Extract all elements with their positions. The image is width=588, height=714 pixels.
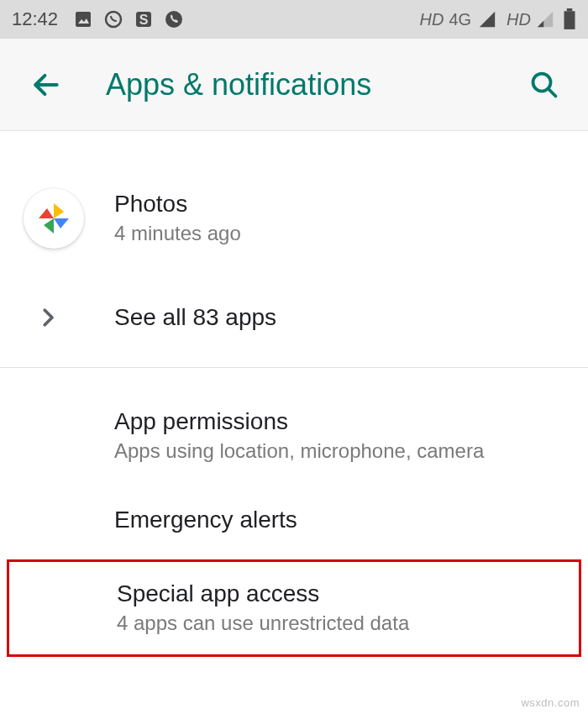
see-all-icon-slot — [24, 305, 114, 330]
see-all-label: See all 83 apps — [114, 302, 564, 332]
app-permissions-subtitle: Apps using location, microphone, camera — [114, 438, 564, 465]
page-title: Apps & notifications — [106, 67, 529, 102]
chevron-right-icon — [35, 305, 60, 330]
network-hd-1: HD — [420, 10, 444, 29]
svg-marker-17 — [39, 208, 54, 218]
svg-rect-10 — [564, 11, 575, 29]
see-all-text: See all 83 apps — [114, 302, 564, 332]
see-all-apps[interactable]: See all 83 apps — [0, 279, 588, 360]
photos-app-icon — [24, 188, 84, 249]
svg-rect-9 — [567, 8, 573, 11]
whatsapp-icon — [103, 9, 123, 29]
search-button[interactable] — [529, 70, 559, 100]
status-left: 12:42 S — [12, 8, 184, 30]
svg-marker-16 — [44, 218, 54, 234]
settings-group: App permissions Apps using location, mic… — [0, 368, 588, 657]
status-bar: 12:42 S HD 4G HD — [0, 0, 588, 39]
status-right: HD 4G HD — [420, 8, 576, 30]
back-button[interactable] — [30, 69, 62, 101]
special-app-access-row[interactable]: Special app access 4 apps can use unrest… — [9, 562, 579, 654]
battery-icon — [563, 8, 576, 30]
special-access-title: Special app access — [117, 579, 555, 608]
signal-icon-2 — [536, 10, 554, 29]
highlight-box: Special app access 4 apps can use unrest… — [7, 559, 581, 656]
phone-icon — [164, 9, 184, 29]
recent-app-photos[interactable]: Photos 4 minutes ago — [0, 158, 588, 279]
previous-app-row-peek[interactable] — [0, 150, 588, 158]
content-area: Photos 4 minutes ago See all 83 apps App… — [0, 131, 588, 657]
recent-app-time: 4 minutes ago — [114, 220, 564, 247]
svg-marker-15 — [54, 218, 69, 228]
app-bar: Apps & notifications — [0, 39, 588, 131]
watermark: wsxdn.com — [521, 696, 580, 709]
svg-text:S: S — [139, 13, 149, 27]
emergency-alerts-row[interactable]: Emergency alerts — [0, 481, 588, 558]
network-hd-2: HD — [507, 10, 531, 29]
app-permissions-row[interactable]: App permissions Apps using location, mic… — [0, 390, 588, 481]
app-icon-slot — [24, 188, 114, 249]
network-type: 4G — [449, 10, 471, 29]
recent-app-text: Photos 4 minutes ago — [114, 189, 564, 247]
svg-marker-6 — [480, 12, 495, 27]
s-app-icon: S — [134, 9, 154, 29]
app-permissions-title: App permissions — [114, 407, 564, 436]
svg-marker-14 — [54, 203, 64, 218]
status-clock: 12:42 — [12, 8, 58, 30]
recent-app-name: Photos — [114, 189, 564, 218]
svg-marker-8 — [538, 21, 543, 27]
svg-rect-0 — [76, 12, 91, 27]
signal-icon-1 — [478, 10, 496, 29]
emergency-alerts-title: Emergency alerts — [114, 505, 564, 534]
image-icon — [73, 9, 93, 29]
svg-marker-7 — [538, 12, 553, 27]
special-access-subtitle: 4 apps can use unrestricted data — [117, 610, 555, 637]
svg-line-13 — [549, 88, 556, 96]
